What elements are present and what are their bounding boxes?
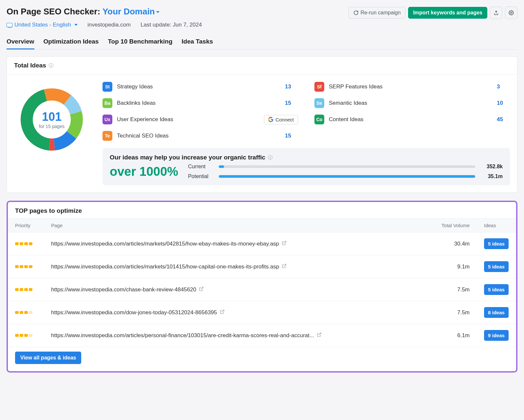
svg-point-0 [511,12,512,13]
page-url[interactable]: https://www.investopedia.com/articles/ma… [51,264,279,270]
view-all-pages-button[interactable]: View all pages & ideas [15,352,81,364]
external-link-icon[interactable] [282,241,287,246]
ideas-count-button[interactable]: 9 ideas [484,330,509,341]
connect-button[interactable]: Connect [264,115,298,124]
table-row: https://www.investopedia.com/chase-bank-… [8,278,516,301]
page-volume: 9.1m [431,255,477,278]
idea-value: 13 [285,83,298,90]
export-icon [494,10,499,15]
ideas-count-button[interactable]: 5 ideas [484,238,509,249]
locale-selector[interactable]: United States - English [7,22,78,28]
ideas-count-button[interactable]: 5 ideas [484,284,509,295]
site-domain: investopedia.com [87,22,131,28]
rerun-campaign-button[interactable]: Re-run campaign [348,7,406,19]
col-ideas: Ideas [477,219,516,232]
ideas-count-button[interactable]: 5 ideas [484,261,509,272]
traffic-bar-value: 35.1m [480,173,503,179]
idea-value: 45 [497,116,510,123]
page-volume: 6.1m [431,324,477,347]
settings-button[interactable] [505,7,517,19]
idea-value: 15 [285,133,298,139]
page-url[interactable]: https://www.investopedia.com/articles/ma… [51,241,279,247]
idea-badge: Sf [314,82,324,92]
page-title: On Page SEO Checker: Your Domain [7,7,159,17]
table-row: https://www.investopedia.com/dow-jones-t… [8,301,516,324]
external-link-icon[interactable] [282,264,287,268]
domain-selector[interactable]: Your Domain [103,7,159,16]
last-update: Last update: Jun 7, 2024 [140,22,202,28]
total-ideas-card: Total Ideas i 101 for 15 pages StStrateg… [7,56,517,193]
idea-category[interactable]: StStrategy Ideas13 [103,82,298,92]
export-button[interactable] [490,7,502,19]
idea-label: Backlinks Ideas [117,100,280,106]
total-ideas-title: Total Ideas [14,62,46,69]
external-link-icon[interactable] [220,309,225,314]
traffic-bar-label: Potential [188,173,214,179]
gear-icon [509,10,514,15]
total-ideas-pages: for 15 pages [39,124,65,129]
table-row: https://www.investopedia.com/articles/ma… [8,255,516,278]
idea-category[interactable]: UxUser Experience IdeasConnect [103,115,298,124]
tab-idea-tasks[interactable]: Idea Tasks [182,35,213,49]
priority-indicator [15,334,37,337]
top-pages-title: TOP pages to optimize [8,202,516,218]
traffic-bar [219,175,475,178]
page-url[interactable]: https://www.investopedia.com/chase-bank-… [51,286,196,293]
idea-category[interactable]: SfSERP Features Ideas3 [314,82,510,92]
import-keywords-button[interactable]: Import keywords and pages [408,7,487,19]
page-volume: 7.5m [431,278,477,301]
page-url[interactable]: https://www.investopedia.com/dow-jones-t… [51,309,217,316]
priority-indicator [15,311,37,314]
idea-category[interactable]: CoContent Ideas45 [314,115,510,124]
ideas-count-button[interactable]: 8 ideas [484,307,509,318]
col-priority: Priority [8,219,44,232]
tab-overview[interactable]: Overview [7,35,34,49]
external-link-icon[interactable] [199,286,204,291]
traffic-bar-row: Current352.8k [188,164,503,170]
idea-label: Strategy Ideas [117,83,280,90]
info-icon[interactable]: i [49,63,53,68]
idea-category[interactable]: SeSemantic Ideas10 [314,98,510,108]
col-page: Page [44,219,431,232]
idea-label: User Experience Ideas [117,116,259,123]
idea-badge: Se [314,98,324,108]
traffic-bar-value: 352.8k [480,164,503,170]
priority-indicator [15,242,37,245]
title-prefix: On Page SEO Checker: [7,7,100,16]
idea-badge: St [103,82,112,92]
idea-badge: Co [314,115,324,124]
chevron-down-icon [74,24,78,26]
page-url[interactable]: https://www.investopedia.com/articles/pe… [51,332,314,338]
idea-category[interactable]: BaBacklinks Ideas15 [103,98,298,108]
google-icon [268,117,273,122]
refresh-icon [353,10,359,15]
total-ideas-count: 101 [42,110,62,124]
info-icon[interactable]: i [268,155,272,160]
idea-value: 3 [497,83,510,90]
idea-badge: Te [103,131,112,141]
tab-top10-benchmarking[interactable]: Top 10 Benchmarking [108,35,172,49]
top-pages-card: TOP pages to optimize Priority Page Tota… [7,201,517,373]
traffic-heading: Our ideas may help you increase your org… [110,154,265,161]
main-tabs: Overview Optimization Ideas Top 10 Bench… [7,35,517,50]
traffic-bar-row: Potential35.1m [188,173,503,179]
idea-badge: Ux [103,115,112,124]
idea-value: 15 [285,100,298,106]
idea-label: Semantic Ideas [329,100,492,106]
page-volume: 30.4m [431,232,477,255]
page-volume: 7.5m [431,301,477,324]
device-icon [7,23,12,27]
ideas-donut-chart: 101 for 15 pages [14,82,89,157]
idea-category[interactable]: TeTechnical SEO Ideas15 [103,131,298,141]
traffic-bar-label: Current [188,164,214,170]
priority-indicator [15,288,37,291]
table-header-row: Priority Page Total Volume Ideas [8,219,516,232]
traffic-potential-box: Our ideas may help you increase your org… [103,148,510,185]
idea-label: Technical SEO Ideas [117,133,280,139]
external-link-icon[interactable] [317,332,322,337]
tab-optimization-ideas[interactable]: Optimization Ideas [44,35,99,49]
idea-label: Content Ideas [329,116,492,123]
traffic-percent: over 1000% [110,165,178,179]
idea-badge: Ba [103,98,112,108]
traffic-bar [219,165,475,168]
